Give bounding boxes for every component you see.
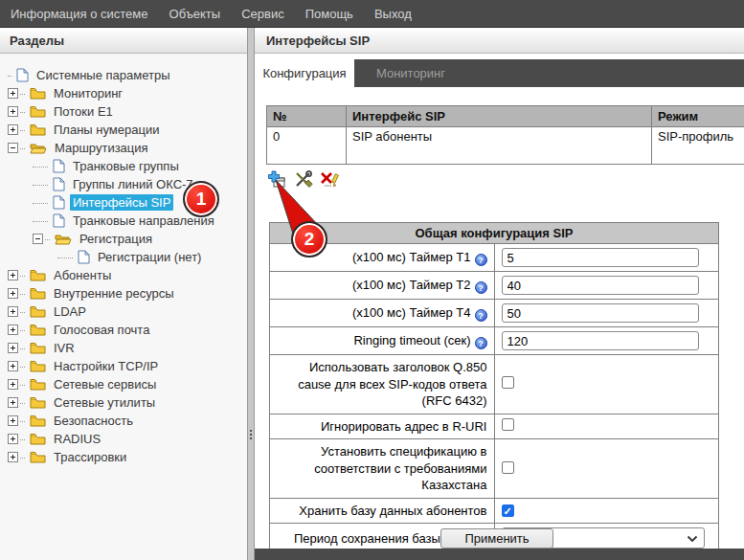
tree-guide [33,184,48,186]
sidebar-title: Разделы [10,34,64,48]
ignore-ruri-checkbox[interactable] [502,418,514,431]
menu-exit[interactable]: Выход [364,7,422,21]
expand-icon[interactable] [8,325,18,335]
expand-icon[interactable] [8,106,18,117]
sip-interfaces-table: №Интерфейс SIPРежим0SIP абонентыSIP-проф… [266,105,744,165]
tree-item[interactable]: RADIUS [0,430,247,448]
tree-item-label[interactable]: Планы нумерации [51,122,162,138]
tree-item-label[interactable]: Мониторинг [51,85,125,101]
tab-configuration[interactable]: Конфигурация [255,59,354,87]
tree-item[interactable]: Планы нумерации [0,121,247,139]
menu-service[interactable]: Сервис [231,7,295,21]
ringing-timeout-input[interactable] [502,331,699,350]
expand-icon[interactable] [8,288,18,299]
store-subscriber-db-checkbox[interactable]: ✓ [502,504,514,517]
tree-item-label[interactable]: Группы линий ОКС-7 [70,176,196,192]
tree-item-label[interactable]: Транковые группы [70,158,182,174]
help-icon[interactable]: ? [475,309,487,322]
form-row-label: Ringing timeout (сек)? [270,327,495,355]
tree-guide [20,93,25,95]
help-icon[interactable]: ? [475,281,487,294]
bottom-bar [255,549,744,560]
tree-guide [20,293,25,295]
timer-t2-input[interactable] [502,276,699,295]
tree-item-label[interactable]: Интерфейсы SIP [70,194,173,211]
tree-item-label[interactable]: LDAP [51,303,89,320]
tree-item[interactable]: Сетевые сервисы [0,375,247,393]
form-row: Установить спецификацию в соответствии с… [270,439,719,499]
tree-item-label[interactable]: IVR [51,340,78,356]
tree-item-label[interactable]: Абоненты [51,267,114,283]
tree-item-label[interactable]: Маршрутизация [52,140,151,156]
expand-icon[interactable] [8,452,18,462]
form-row-control [494,244,719,272]
timer-t1-input[interactable] [502,248,699,267]
splitter-grip-icon[interactable] [249,429,253,444]
tree-item[interactable]: Сетевые утилиты [0,393,247,412]
timer-t4-input[interactable] [502,303,699,323]
open-folder-icon [55,233,72,245]
tree-item-label[interactable]: RADIUS [51,431,103,447]
form-row-control [494,414,719,439]
help-icon[interactable]: ? [475,337,487,349]
menu-system-info[interactable]: Информация о системе [0,7,159,21]
tree-item[interactable]: Регистрации (нет) [0,248,247,266]
tree-item[interactable]: Трассировки [0,448,247,466]
tree-item[interactable]: Мониторинг [0,84,247,102]
folder-icon [30,105,46,118]
expand-icon[interactable] [8,415,18,426]
tree-item[interactable]: IVR [0,339,247,357]
expand-icon[interactable] [8,124,18,135]
apply-button[interactable]: Применить [440,528,553,549]
expand-icon[interactable] [8,397,18,408]
menu-objects[interactable]: Объекты [159,7,232,21]
tree-guide [33,166,48,168]
tree-item[interactable]: Настройки TCP/IP [0,357,247,375]
tree-item-label[interactable]: Внутренние ресурсы [51,285,177,302]
tree-item[interactable]: Регистрация [0,230,247,248]
tree-item-label[interactable]: Потоки E1 [51,103,116,120]
tree-item[interactable]: Маршрутизация [0,139,247,157]
tab-monitoring[interactable]: Мониторинг [354,59,467,87]
tree-item-label[interactable]: Регистрации (нет) [95,249,204,265]
panel-splitter[interactable] [247,28,255,560]
tree-item-label[interactable]: Сетевые утилиты [51,394,158,411]
tree-guide [20,366,25,368]
tree-item[interactable]: Транковые группы [0,157,247,175]
sections-tree: Системные параметрыМониторингПотоки E1Пл… [0,54,247,560]
tree-item[interactable]: LDAP [0,302,247,321]
tree-item-label[interactable]: Системные параметры [34,67,172,83]
tree-item[interactable]: Голосовая почта [0,321,247,339]
expand-icon[interactable] [8,306,18,317]
collapse-icon[interactable] [8,143,18,153]
form-row: (x100 мс) Таймер T2? [270,272,719,300]
expand-icon[interactable] [8,434,18,444]
tree-guide [20,329,25,331]
tree-item-label[interactable]: Регистрация [77,231,155,247]
expand-icon[interactable] [8,343,18,353]
folder-icon [30,123,46,136]
tree-item[interactable]: Потоки E1 [0,102,247,121]
kz-spec-checkbox[interactable] [502,461,514,474]
q850-cause-checkbox[interactable] [502,376,514,389]
tree-item-label[interactable]: Настройки TCP/IP [51,358,161,374]
help-icon[interactable]: ? [475,254,487,266]
tree-item[interactable]: Внутренние ресурсы [0,284,247,302]
table-row[interactable]: 0SIP абонентыSIP-профиль [267,127,744,165]
expand-icon[interactable] [8,88,18,99]
collapse-icon[interactable] [33,234,43,244]
tree-item[interactable]: Системные параметры [0,66,247,84]
tree-item-label[interactable]: Голосовая почта [51,322,152,338]
expand-icon[interactable] [8,270,18,280]
tree-item[interactable]: Безопасность [0,412,247,430]
main-panel: Конфигурация Мониторинг №Интерфейс SIPРе… [255,54,744,560]
tree-guide [20,129,25,131]
expand-icon[interactable] [8,379,18,390]
tree-item-label[interactable]: Сетевые сервисы [51,376,159,392]
tree-item-label[interactable]: Трассировки [51,449,129,465]
tree-item[interactable]: Абоненты [0,266,247,284]
tree-item-label[interactable]: Безопасность [51,413,136,429]
expand-icon[interactable] [8,361,18,371]
menu-help[interactable]: Помощь [295,7,364,21]
open-folder-icon [30,142,47,154]
